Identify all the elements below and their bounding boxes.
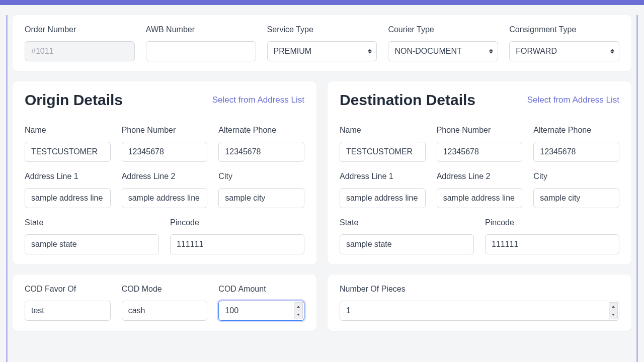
awb-number-field: AWB Number: [146, 25, 256, 61]
origin-select-address-link[interactable]: Select from Address List: [212, 95, 304, 105]
cod-amount-input[interactable]: [218, 301, 304, 321]
order-number-input[interactable]: [25, 41, 135, 61]
pieces-card: Number Of Pieces: [328, 275, 631, 331]
cod-amount-step-up[interactable]: [294, 302, 303, 311]
dest-city-input[interactable]: [533, 188, 619, 208]
caret-down-icon: [612, 314, 615, 316]
origin-city-input[interactable]: [218, 188, 304, 208]
pieces-step-down[interactable]: [609, 311, 618, 320]
destination-title: Destination Details: [340, 92, 475, 109]
awb-number-label: AWB Number: [146, 25, 256, 34]
dest-addr2-input[interactable]: [437, 188, 523, 208]
origin-details-card: Origin Details Select from Address List …: [13, 81, 316, 264]
service-type-field: Service Type: [267, 25, 377, 61]
origin-pincode-label: Pincode: [170, 218, 304, 227]
cod-card: COD Favor Of COD Mode COD Amount: [13, 275, 316, 331]
dest-city-label: City: [533, 172, 619, 181]
order-number-label: Order Number: [25, 25, 135, 34]
origin-phone-input[interactable]: [122, 142, 208, 162]
destination-select-address-link[interactable]: Select from Address List: [527, 95, 619, 105]
origin-title: Origin Details: [25, 92, 123, 109]
top-accent-bar: [0, 0, 644, 5]
courier-type-label: Courier Type: [388, 25, 498, 34]
courier-type-select[interactable]: [388, 41, 498, 61]
dest-name-input[interactable]: [340, 142, 426, 162]
dest-name-label: Name: [340, 126, 426, 135]
origin-phone-label: Phone Number: [122, 126, 208, 135]
cod-mode-label: COD Mode: [122, 285, 208, 294]
origin-altphone-label: Alternate Phone: [218, 126, 304, 135]
caret-up-icon: [612, 306, 615, 308]
cod-amount-step-down[interactable]: [294, 311, 303, 320]
pieces-label: Number Of Pieces: [340, 285, 619, 294]
dest-addr2-label: Address Line 2: [437, 172, 523, 181]
dest-addr1-input[interactable]: [340, 188, 426, 208]
consignment-type-select[interactable]: [509, 41, 619, 61]
origin-city-label: City: [218, 172, 304, 181]
caret-up-icon: [297, 306, 300, 308]
dest-phone-input[interactable]: [437, 142, 523, 162]
pieces-step-up[interactable]: [609, 302, 618, 311]
origin-pincode-input[interactable]: [170, 234, 304, 254]
origin-state-input[interactable]: [25, 234, 159, 254]
courier-type-field: Courier Type: [388, 25, 498, 61]
origin-state-label: State: [25, 218, 159, 227]
order-info-card: Order Number AWB Number Service Type Cou…: [13, 15, 631, 71]
dest-state-input[interactable]: [340, 234, 474, 254]
pieces-input[interactable]: [340, 301, 619, 321]
consignment-type-label: Consignment Type: [509, 25, 619, 34]
origin-addr1-label: Address Line 1: [25, 172, 111, 181]
service-type-label: Service Type: [267, 25, 377, 34]
origin-altphone-input[interactable]: [218, 142, 304, 162]
cod-mode-input[interactable]: [122, 301, 208, 321]
destination-details-card: Destination Details Select from Address …: [328, 81, 631, 264]
dest-phone-label: Phone Number: [437, 126, 523, 135]
dest-altphone-label: Alternate Phone: [533, 126, 619, 135]
origin-addr2-label: Address Line 2: [122, 172, 208, 181]
origin-name-input[interactable]: [25, 142, 111, 162]
service-type-select[interactable]: [267, 41, 377, 61]
cod-amount-label: COD Amount: [218, 285, 304, 294]
page-container: Order Number AWB Number Service Type Cou…: [6, 15, 638, 362]
origin-name-label: Name: [25, 126, 111, 135]
caret-down-icon: [297, 314, 300, 316]
order-number-field: Order Number: [25, 25, 135, 61]
dest-addr1-label: Address Line 1: [340, 172, 426, 181]
consignment-type-field: Consignment Type: [509, 25, 619, 61]
dest-altphone-input[interactable]: [533, 142, 619, 162]
cod-favor-input[interactable]: [25, 301, 111, 321]
dest-pincode-input[interactable]: [485, 234, 619, 254]
origin-addr1-input[interactable]: [25, 188, 111, 208]
origin-addr2-input[interactable]: [122, 188, 208, 208]
awb-number-input[interactable]: [146, 41, 256, 61]
dest-state-label: State: [340, 218, 474, 227]
dest-pincode-label: Pincode: [485, 218, 619, 227]
cod-favor-label: COD Favor Of: [25, 285, 111, 294]
